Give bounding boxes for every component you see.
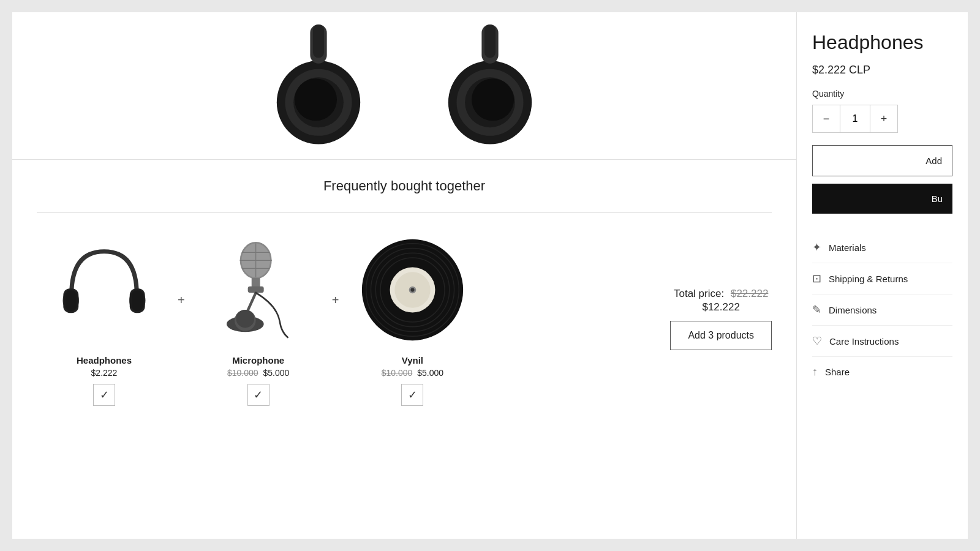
fbt-product-3-price: $10.000 $5.000 [382, 368, 443, 378]
product-title: Headphones [812, 31, 952, 54]
fbt-product-headphones: Headphones $2.222 ✓ [37, 231, 172, 406]
headphones-svg [55, 241, 153, 339]
headphone-right-image [429, 24, 551, 147]
fbt-products: Headphones $2.222 ✓ + [37, 231, 772, 406]
fbt-total-label: Total price: [674, 288, 724, 299]
fbt-product-2-current-price: $5.000 [263, 368, 290, 378]
dimensions-label: Dimensions [829, 305, 876, 315]
svg-point-17 [129, 290, 146, 312]
quantity-label: Quantity [812, 89, 952, 99]
fbt-headphones-image [49, 231, 159, 348]
fbt-plus-2: + [326, 293, 345, 307]
fbt-old-total: $22.222 [731, 288, 768, 299]
checkmark-3: ✓ [408, 388, 417, 402]
accordion-dimensions[interactable]: ✎ Dimensions [812, 294, 952, 326]
fbt-title: Frequently bought together [37, 178, 772, 194]
fbt-product-3-name: Vynil [402, 355, 423, 365]
share-button[interactable]: ↑ Share [812, 357, 952, 387]
fbt-new-total: $12.222 [674, 301, 768, 313]
fbt-product-2-price: $10.000 $5.000 [227, 368, 289, 378]
accordion-care[interactable]: ♡ Care Instructions [812, 326, 952, 357]
checkmark-2: ✓ [254, 388, 263, 402]
svg-point-3 [295, 78, 337, 121]
fbt-divider [37, 212, 772, 213]
fbt-product-vinyl: Vynil $10.000 $5.000 ✓ [345, 231, 480, 406]
main-content: Frequently bought together [12, 12, 796, 539]
fbt-product-2-original-price: $10.000 [227, 368, 258, 378]
svg-rect-11 [484, 24, 496, 58]
svg-point-39 [410, 288, 414, 291]
fbt-section: Frequently bought together [12, 159, 796, 424]
fbt-vinyl-image [357, 231, 467, 348]
fbt-product-3-original-price: $10.000 [382, 368, 413, 378]
vinyl-svg [359, 236, 466, 343]
shipping-icon: ⊡ [812, 272, 821, 285]
svg-point-16 [62, 290, 79, 312]
buy-now-button[interactable]: Bu [812, 184, 952, 214]
quantity-control: − 1 + [812, 105, 898, 133]
fbt-microphone-image [203, 231, 314, 348]
fbt-product-3-checkbox[interactable]: ✓ [401, 384, 423, 406]
product-image-area [12, 12, 796, 159]
headphone-left-image [257, 24, 380, 147]
fbt-plus-1: + [172, 293, 191, 307]
accordion-materials[interactable]: ✦ Materials [812, 232, 952, 263]
quantity-value: 1 [840, 105, 870, 132]
fbt-product-3-current-price: $5.000 [417, 368, 443, 378]
fbt-product-1-name: Headphones [77, 355, 132, 365]
dimensions-icon: ✎ [812, 303, 821, 317]
add-products-button[interactable]: Add 3 products [670, 321, 772, 350]
materials-label: Materials [829, 242, 866, 253]
fbt-product-1-current-price: $2.222 [91, 368, 118, 378]
fbt-summary: Total price: $22.222 $12.222 Add 3 produ… [646, 288, 772, 350]
share-label: Share [825, 367, 850, 377]
care-label: Care Instructions [829, 336, 899, 347]
right-sidebar: Headphones $2.222 CLP Quantity − 1 + Add… [796, 12, 968, 539]
fbt-product-microphone: Microphone $10.000 $5.000 ✓ [191, 231, 326, 406]
svg-point-9 [472, 78, 514, 121]
fbt-total-price: Total price: $22.222 $12.222 [674, 288, 768, 313]
svg-rect-5 [313, 24, 324, 58]
quantity-increase-button[interactable]: + [870, 105, 897, 132]
fbt-product-2-name: Microphone [232, 355, 284, 365]
quantity-decrease-button[interactable]: − [813, 105, 840, 132]
shipping-label: Shipping & Returns [829, 274, 908, 284]
share-icon: ↑ [812, 365, 818, 378]
fbt-product-2-checkbox[interactable]: ✓ [247, 384, 270, 406]
microphone-svg [219, 231, 298, 348]
fbt-product-1-checkbox[interactable]: ✓ [93, 384, 115, 406]
materials-icon: ✦ [812, 241, 821, 254]
fbt-product-1-price: $2.222 [91, 368, 118, 378]
add-to-cart-button[interactable]: Add [812, 145, 952, 176]
accordion-shipping[interactable]: ⊡ Shipping & Returns [812, 263, 952, 294]
svg-point-29 [236, 310, 254, 328]
product-price: $2.222 CLP [812, 64, 952, 77]
care-icon: ♡ [812, 334, 822, 348]
checkmark-1: ✓ [100, 388, 109, 402]
